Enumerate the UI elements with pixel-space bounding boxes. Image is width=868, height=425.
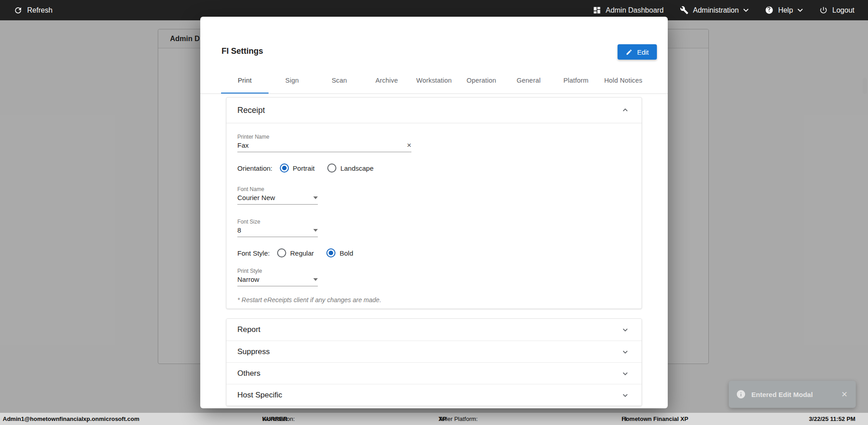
printer-name-field: Printer Name Fax × [237, 134, 411, 152]
dashboard-icon [593, 6, 601, 14]
footer-fi: FI: Hometown Financial XP [622, 413, 688, 425]
help-icon [765, 6, 774, 14]
help-label: Help [778, 6, 793, 14]
bold-label: Bold [340, 249, 353, 257]
font-style-radio-group: Font Style: Regular Bold [237, 248, 631, 257]
refresh-icon [14, 6, 23, 15]
logout-button[interactable]: Logout [819, 6, 854, 14]
font-name-field: Font Name Courier New [237, 186, 318, 205]
regular-label: Regular [290, 249, 314, 257]
print-style-label: Print Style [237, 268, 318, 274]
radio-circle-icon [326, 248, 335, 257]
footer-teller-platform: Teller Platform: XP [439, 413, 446, 425]
font-name-label: Font Name [237, 186, 318, 192]
footer-statusbar: Admin1@hometownfinancialxp.onmicrosoft.c… [0, 413, 868, 425]
dropdown-arrow-icon [313, 229, 318, 232]
tab-sign[interactable]: Sign [269, 67, 316, 93]
font-style-bold-radio[interactable]: Bold [326, 248, 353, 257]
tab-scan[interactable]: Scan [316, 67, 363, 93]
receipt-form: Printer Name Fax × Orientation: Portrait… [226, 123, 642, 304]
fi-settings-modal: FI Settings Edit Print Sign Scan Archive… [200, 17, 668, 408]
printer-name-value: Fax [237, 141, 249, 149]
administration-menu[interactable]: Administration [680, 6, 749, 14]
font-size-value: 8 [237, 226, 241, 234]
accordion-host-specific-title: Host Specific [237, 391, 282, 400]
help-menu[interactable]: Help [765, 6, 803, 14]
tab-archive[interactable]: Archive [363, 67, 410, 93]
radio-circle-icon [277, 248, 286, 257]
chevron-up-icon[interactable] [620, 105, 630, 115]
refresh-button[interactable]: Refresh [14, 6, 52, 15]
accordion-report-title: Report [237, 325, 260, 334]
footer-workstation: Workstation: KURRER [262, 413, 288, 425]
tab-hold-notices[interactable]: Hold Notices [599, 67, 647, 93]
modal-body: Receipt Printer Name Fax × Orientation: [200, 94, 668, 408]
chevron-down-icon [620, 390, 630, 400]
receipt-panel-header[interactable]: Receipt [226, 98, 642, 123]
dropdown-arrow-icon [313, 278, 318, 281]
font-style-regular-radio[interactable]: Regular [277, 248, 314, 257]
landscape-label: Landscape [340, 164, 373, 172]
font-name-value: Courier New [237, 194, 275, 201]
orientation-radio-group: Orientation: Portrait Landscape [237, 163, 631, 173]
receipt-panel: Receipt Printer Name Fax × Orientation: [226, 97, 642, 309]
administration-label: Administration [693, 6, 739, 14]
print-style-value: Narrow [237, 276, 259, 283]
printer-name-input[interactable]: Fax × [237, 141, 411, 152]
toast-close-icon[interactable]: ✕ [840, 390, 849, 399]
radio-circle-icon [280, 163, 289, 173]
accordion-host-specific[interactable]: Host Specific [226, 384, 642, 406]
edit-button[interactable]: Edit [618, 44, 657, 60]
font-size-label: Font Size [237, 219, 318, 225]
restart-note: * Restart eReceipts client if any change… [237, 296, 631, 304]
chevron-down-icon [620, 347, 630, 357]
logout-label: Logout [832, 6, 854, 14]
refresh-label: Refresh [27, 6, 52, 14]
print-style-select[interactable]: Narrow [237, 276, 318, 286]
toast-message: Entered Edit Modal [751, 391, 840, 398]
accordion-group: Report Suppress Others Host Specific [226, 318, 642, 406]
font-size-field: Font Size 8 [237, 219, 318, 237]
accordion-others-title: Others [237, 369, 260, 378]
print-style-field: Print Style Narrow [237, 268, 318, 286]
portrait-label: Portrait [293, 164, 315, 172]
orientation-label: Orientation: [237, 164, 273, 172]
pencil-icon [626, 49, 632, 56]
fi-value: Hometown Financial XP [622, 416, 688, 422]
accordion-report[interactable]: Report [226, 319, 642, 341]
tab-general[interactable]: General [505, 67, 552, 93]
font-name-select[interactable]: Courier New [237, 194, 318, 205]
orientation-landscape-radio[interactable]: Landscape [327, 163, 373, 173]
fi-label: FI: [622, 413, 628, 425]
power-icon [819, 6, 828, 14]
printer-name-label: Printer Name [237, 134, 411, 140]
accordion-others[interactable]: Others [226, 362, 642, 384]
tab-bar: Print Sign Scan Archive Workstation Oper… [221, 67, 647, 93]
dropdown-arrow-icon [313, 196, 318, 199]
clear-icon[interactable]: × [407, 141, 411, 149]
workstation-label: Workstation: [262, 413, 295, 425]
wrench-icon [680, 6, 689, 14]
chevron-down-icon [620, 369, 630, 378]
radio-circle-icon [327, 163, 336, 173]
chevron-down-icon [797, 9, 803, 12]
tab-operation[interactable]: Operation [458, 67, 505, 93]
receipt-panel-title: Receipt [237, 106, 265, 115]
admin-dashboard-button[interactable]: Admin Dashboard [593, 6, 664, 14]
teller-platform-label: Teller Platform: [439, 413, 478, 425]
edit-button-label: Edit [637, 48, 649, 56]
info-icon [736, 389, 746, 399]
tab-print[interactable]: Print [221, 67, 269, 93]
chevron-down-icon [743, 9, 749, 12]
orientation-portrait-radio[interactable]: Portrait [280, 163, 315, 173]
tab-platform[interactable]: Platform [552, 67, 600, 93]
chevron-down-icon [620, 325, 630, 335]
accordion-suppress[interactable]: Suppress [226, 341, 642, 362]
font-size-select[interactable]: 8 [237, 226, 318, 237]
font-style-label: Font Style: [237, 249, 270, 257]
toast-notification: Entered Edit Modal ✕ [729, 381, 856, 408]
admin-dashboard-label: Admin Dashboard [606, 6, 664, 14]
footer-datetime: 3/22/25 11:52 PM [809, 413, 855, 425]
tab-workstation[interactable]: Workstation [410, 67, 458, 93]
modal-title: FI Settings [222, 47, 263, 56]
